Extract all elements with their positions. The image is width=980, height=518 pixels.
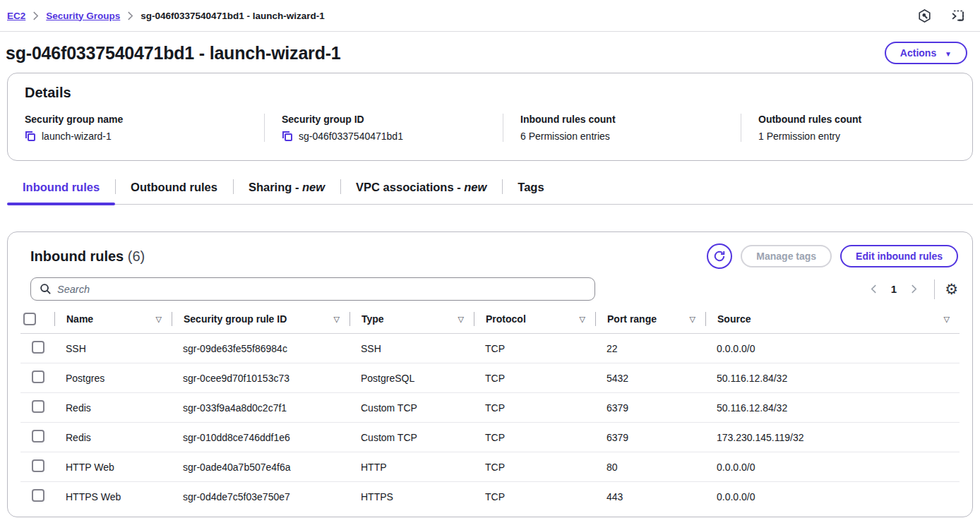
caret-down-icon: ▼ xyxy=(945,50,952,58)
amazon-q-icon[interactable] xyxy=(917,8,932,23)
cell-protocol: TCP xyxy=(474,363,595,393)
table-row[interactable]: Redis sgr-010dd8ce746ddf1e6 Custom TCP T… xyxy=(20,423,960,452)
search-box[interactable] xyxy=(30,277,595,301)
tab-label: Outbound rules xyxy=(131,181,217,194)
cloudshell-icon[interactable] xyxy=(950,8,966,23)
tabs: Inbound rules Outbound rules Sharing - n… xyxy=(7,174,973,205)
field-value-text: 6 Permission entries xyxy=(520,131,610,142)
table-header-row: Name▽ Security group rule ID▽ Type▽ Prot… xyxy=(20,306,960,334)
tab-inbound-rules[interactable]: Inbound rules xyxy=(7,174,115,204)
cell-type: Custom TCP xyxy=(349,423,474,452)
cell-type: PostgreSQL xyxy=(349,363,474,393)
cell-protocol: TCP xyxy=(474,452,595,482)
cell-port-range: 443 xyxy=(595,482,705,512)
column-header-protocol[interactable]: Protocol xyxy=(486,313,526,325)
sort-icon[interactable]: ▽ xyxy=(690,315,695,324)
field-security-group-name: Security group name launch-wizard-1 xyxy=(25,114,264,142)
tab-new-badge: new xyxy=(464,181,486,194)
select-all-checkbox[interactable] xyxy=(23,313,36,325)
breadcrumb-current: sg-046f0337540471bd1 - launch-wizard-1 xyxy=(141,11,324,21)
sort-icon[interactable]: ▽ xyxy=(334,315,340,324)
sort-icon[interactable]: ▽ xyxy=(458,315,464,324)
page-number[interactable]: 1 xyxy=(887,283,901,295)
topbar-icons xyxy=(917,8,966,23)
actions-button[interactable]: Actions ▼ xyxy=(885,42,967,64)
sort-icon[interactable]: ▽ xyxy=(156,315,162,324)
row-checkbox[interactable] xyxy=(32,371,44,383)
copy-icon[interactable] xyxy=(25,131,36,142)
next-page-button[interactable] xyxy=(904,282,924,296)
cell-port-range: 6379 xyxy=(595,393,705,423)
cell-rule-id: sgr-0d4de7c5f03e750e7 xyxy=(172,482,349,512)
field-label: Security group name xyxy=(25,114,250,125)
tab-sharing[interactable]: Sharing - new xyxy=(233,174,340,204)
cell-source: 50.116.12.84/32 xyxy=(705,393,960,423)
cell-port-range: 5432 xyxy=(595,363,705,393)
table-row[interactable]: HTTP Web sgr-0ade40a7b507e4f6a HTTP TCP … xyxy=(20,452,960,482)
copy-icon[interactable] xyxy=(282,131,293,142)
column-header-source[interactable]: Source xyxy=(717,313,751,325)
column-header-name[interactable]: Name xyxy=(66,313,93,325)
table-row[interactable]: SSH sgr-09de63fe55f86984c SSH TCP 22 0.0… xyxy=(20,334,960,363)
cell-rule-id: sgr-0cee9d70f10153c73 xyxy=(172,363,349,393)
field-value-text: launch-wizard-1 xyxy=(42,131,112,142)
field-inbound-rules-count: Inbound rules count 6 Permission entries xyxy=(503,114,741,142)
column-header-rule-id[interactable]: Security group rule ID xyxy=(184,313,287,325)
cell-source: 0.0.0.0/0 xyxy=(705,482,960,512)
field-value-text: 1 Permission entry xyxy=(758,131,840,142)
column-header-port-range[interactable]: Port range xyxy=(607,313,657,325)
row-checkbox[interactable] xyxy=(32,459,44,472)
table-row[interactable]: Redis sgr-033f9a4a8d0c2c7f1 Custom TCP T… xyxy=(20,393,960,423)
cell-name: Redis xyxy=(54,393,172,423)
previous-page-button[interactable] xyxy=(864,282,884,296)
cell-port-range: 6379 xyxy=(595,423,705,452)
details-card: Details Security group name launch-wizar… xyxy=(7,73,973,161)
sort-icon[interactable]: ▽ xyxy=(580,315,585,324)
tab-label: Inbound rules xyxy=(23,181,100,194)
cell-protocol: TCP xyxy=(474,423,595,452)
inbound-rules-heading: Inbound rules (6) xyxy=(30,248,145,265)
row-checkbox[interactable] xyxy=(32,400,44,413)
table-row[interactable]: HTTPS Web sgr-0d4de7c5f03e750e7 HTTPS TC… xyxy=(20,482,960,512)
field-label: Inbound rules count xyxy=(520,114,727,125)
cell-source: 0.0.0.0/0 xyxy=(705,452,960,482)
column-header-type[interactable]: Type xyxy=(361,313,384,325)
tab-outbound-rules[interactable]: Outbound rules xyxy=(115,174,233,204)
cell-name: SSH xyxy=(54,334,172,363)
tab-vpc-associations[interactable]: VPC associations - new xyxy=(340,174,502,204)
cell-source: 50.116.12.84/32 xyxy=(705,363,960,393)
tab-tags[interactable]: Tags xyxy=(502,174,559,204)
breadcrumb-link-ec2[interactable]: EC2 xyxy=(7,11,25,21)
divider xyxy=(934,279,935,299)
page-title: sg-046f0337540471bd1 - launch-wizard-1 xyxy=(6,43,341,64)
tab-label: VPC associations - xyxy=(356,181,464,194)
breadcrumb-link-security-groups[interactable]: Security Groups xyxy=(46,11,120,21)
search-input[interactable] xyxy=(57,284,586,295)
sort-icon[interactable]: ▽ xyxy=(944,315,950,324)
row-checkbox[interactable] xyxy=(32,489,44,502)
settings-gear-icon[interactable]: ⚙ xyxy=(945,282,958,296)
actions-button-label: Actions xyxy=(900,47,936,59)
chevron-right-icon xyxy=(127,11,133,20)
cell-protocol: TCP xyxy=(474,334,595,363)
cell-name: Redis xyxy=(54,423,172,452)
table-row[interactable]: Postgres sgr-0cee9d70f10153c73 PostgreSQ… xyxy=(20,363,960,393)
cell-name: HTTP Web xyxy=(54,452,172,482)
cell-port-range: 80 xyxy=(595,452,705,482)
field-label: Outbound rules count xyxy=(758,114,941,125)
inbound-rules-count: (6) xyxy=(128,248,145,264)
inbound-rules-card: Inbound rules (6) Manage tags Edit inbou… xyxy=(7,231,973,517)
row-checkbox[interactable] xyxy=(32,341,44,354)
cell-rule-id: sgr-010dd8ce746ddf1e6 xyxy=(172,423,349,452)
chevron-right-icon xyxy=(32,11,39,20)
refresh-button[interactable] xyxy=(707,243,732,269)
cell-rule-id: sgr-033f9a4a8d0c2c7f1 xyxy=(172,393,349,423)
search-icon xyxy=(40,283,52,295)
cell-rule-id: sgr-0ade40a7b507e4f6a xyxy=(172,452,349,482)
manage-tags-button[interactable]: Manage tags xyxy=(741,245,832,267)
cell-source: 173.230.145.119/32 xyxy=(705,423,960,452)
tab-label: Tags xyxy=(518,181,544,194)
cell-source: 0.0.0.0/0 xyxy=(705,334,960,363)
edit-inbound-rules-button[interactable]: Edit inbound rules xyxy=(840,245,958,267)
row-checkbox[interactable] xyxy=(32,430,44,442)
